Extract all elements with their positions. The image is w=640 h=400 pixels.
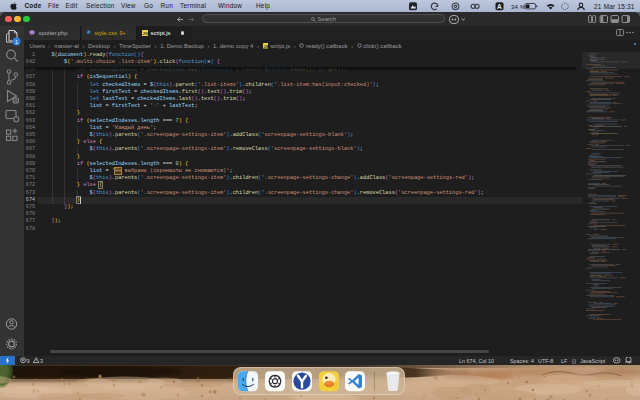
svg-text:JS: JS bbox=[143, 31, 148, 36]
svg-text:34 %: 34 % bbox=[511, 3, 526, 9]
svg-text:21 Mar 15:31: 21 Mar 15:31 bbox=[594, 3, 635, 10]
svg-text:JS: JS bbox=[263, 45, 268, 49]
svg-text:A: A bbox=[497, 2, 502, 9]
svg-text:1: 1 bbox=[15, 39, 18, 45]
